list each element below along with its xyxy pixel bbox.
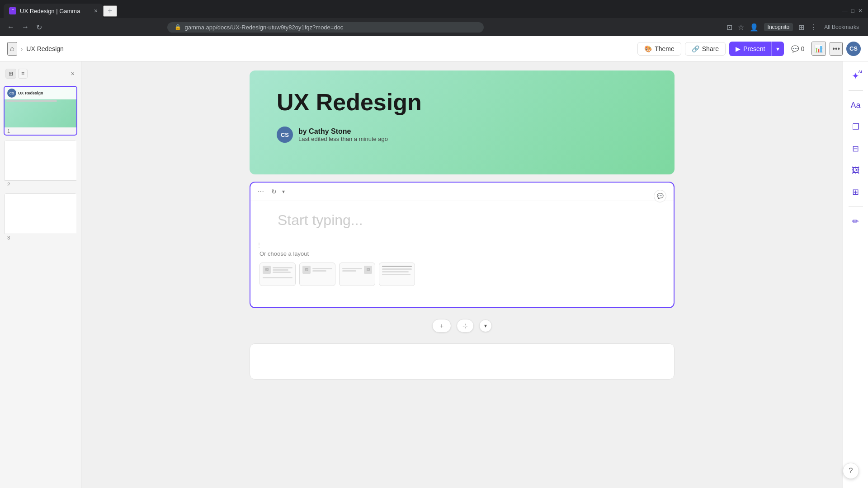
cast-icon[interactable]: ⊡: [726, 23, 732, 32]
share-label: Share: [702, 45, 719, 52]
theme-button[interactable]: 🎨 Theme: [637, 42, 681, 56]
layout-line-10: [382, 268, 412, 270]
image-button[interactable]: 🖼: [847, 161, 865, 179]
slide-sidebar: ⊞ ≡ × CS UX Redesign 1: [0, 61, 81, 488]
ai-button[interactable]: ✦ AI: [847, 67, 865, 85]
author-subtitle: Last edited less than a minute ago: [298, 136, 388, 142]
play-icon: ▶: [736, 45, 741, 52]
author-info: by Cathy Stone Last edited less than a m…: [298, 127, 388, 142]
slide-thumb-2[interactable]: 2: [4, 139, 77, 189]
more-options-button[interactable]: •••: [830, 42, 843, 56]
sidebar-header: ⊞ ≡ ×: [4, 67, 77, 82]
table-button[interactable]: ⊟: [847, 140, 865, 158]
layout-option-4[interactable]: [379, 263, 415, 286]
menu-icon[interactable]: ⋮: [810, 23, 817, 32]
forward-button[interactable]: →: [20, 21, 31, 33]
thumb-avatar: CS: [7, 89, 16, 98]
bookmarks-label: All Bookmarks: [824, 24, 859, 30]
comment-count: 0: [801, 45, 804, 52]
layout-row-1: 🖼: [263, 266, 292, 274]
card-button[interactable]: ❐: [847, 118, 865, 136]
present-main[interactable]: ▶ Present: [729, 42, 771, 55]
slide-thumb-2-inner: 2: [5, 140, 76, 188]
new-tab-button[interactable]: +: [103, 5, 117, 17]
right-panel: ✦ AI Aa ❐ ⊟ 🖼 ⊞ ✏: [843, 61, 868, 488]
drag-handle[interactable]: ⋮: [256, 241, 262, 249]
style-icon: Aa: [850, 101, 860, 110]
analytics-button[interactable]: 📊: [811, 42, 826, 56]
comments-button[interactable]: 💬 0: [788, 43, 808, 54]
rp-divider-1: [849, 90, 863, 91]
slide-3-empty[interactable]: [250, 343, 675, 380]
layout-option-1[interactable]: 🖼: [259, 263, 296, 286]
help-icon: ?: [849, 467, 853, 475]
chevron-icon: ▾: [484, 323, 487, 329]
layout-option-2[interactable]: 🖼: [299, 263, 335, 286]
tab-favicon: Γ: [9, 7, 16, 14]
tab-close-button[interactable]: ×: [94, 7, 98, 14]
reload-button[interactable]: ↻: [34, 21, 44, 33]
slide-options-button[interactable]: ⋯: [256, 186, 266, 197]
grid-view-button[interactable]: ⊞: [5, 69, 16, 79]
lock-icon: 🔒: [175, 24, 181, 30]
slide-1-hero: UX Redesign CS by Cathy Stone Last edite…: [250, 70, 675, 174]
slide-2-editable: ⋯ ↻ ▾ ⋮ Start typing... Or choose a layo…: [250, 182, 675, 308]
comment-bubble[interactable]: 💬: [654, 190, 666, 202]
close-window-button[interactable]: ✕: [858, 8, 863, 14]
slide-2-content[interactable]: ⋮ Start typing...: [250, 201, 674, 250]
address-bar[interactable]: 🔒 gamma.app/docs/UX-Redesign-utuw9ty82oy…: [167, 22, 484, 33]
help-button[interactable]: ?: [843, 463, 859, 479]
arrange-button[interactable]: ⊹: [457, 319, 474, 333]
layout-line-1: [273, 267, 292, 268]
breadcrumb-doc: UX Redesign: [26, 45, 64, 52]
home-button[interactable]: ⌂: [7, 42, 17, 56]
maximize-button[interactable]: □: [851, 8, 854, 14]
close-sidebar-button[interactable]: ×: [70, 69, 75, 78]
bookmarks-bar: All Bookmarks: [821, 24, 863, 30]
share-button[interactable]: 🔗 Share: [685, 42, 726, 56]
grid-button[interactable]: ⊞: [847, 183, 865, 201]
layout-img-1: 🖼: [263, 266, 271, 274]
slide-thumb-1-inner: CS UX Redesign 1: [5, 87, 76, 135]
layout-option-3[interactable]: 🖼: [339, 263, 375, 286]
minimize-button[interactable]: —: [842, 8, 848, 14]
back-button[interactable]: ←: [5, 21, 16, 33]
list-view-button[interactable]: ≡: [18, 69, 28, 79]
add-dropdown-button[interactable]: ▾: [479, 319, 492, 332]
card-icon: ❐: [852, 122, 859, 132]
edit-button[interactable]: ✏: [847, 212, 865, 230]
browser-chrome: Γ UX Redesign | Gamma × + — □ ✕ ← → ↻ 🔒 …: [0, 0, 868, 36]
typing-placeholder[interactable]: Start typing...: [269, 212, 656, 229]
slide-1-thumb-label: CS UX Redesign: [5, 87, 77, 99]
slide-thumb-1[interactable]: CS UX Redesign 1: [4, 86, 77, 136]
view-toggle: ⊞ ≡: [5, 69, 28, 79]
slide-refresh-button[interactable]: ↻: [269, 186, 278, 197]
add-slide-button[interactable]: +: [432, 319, 451, 333]
slide-1-number: 1: [5, 127, 76, 135]
bookmark-star-icon[interactable]: ☆: [738, 23, 744, 32]
edit-icon: ✏: [852, 216, 859, 226]
user-avatar[interactable]: CS: [846, 42, 861, 56]
slide-2-preview: [5, 140, 77, 181]
layout-options: 🖼 🖼: [259, 263, 665, 286]
slide-refresh-dropdown[interactable]: ▾: [282, 188, 285, 195]
present-dropdown-button[interactable]: ▾: [772, 42, 784, 55]
main-area: ⊞ ≡ × CS UX Redesign 1: [0, 61, 868, 488]
present-button-group[interactable]: ▶ Present ▾: [729, 42, 784, 56]
ai-label: AI: [859, 70, 862, 74]
layout-line-7: [342, 268, 362, 269]
share-icon: 🔗: [692, 45, 699, 52]
address-text: gamma.app/docs/UX-Redesign-utuw9ty82oy1f…: [185, 24, 344, 31]
image-icon: 🖼: [852, 166, 860, 175]
style-button[interactable]: Aa: [847, 96, 865, 114]
slide-thumb-3-inner: 3: [5, 193, 76, 241]
app-toolbar: ⌂ › UX Redesign 🎨 Theme 🔗 Share ▶ Presen…: [0, 36, 868, 61]
active-tab[interactable]: Γ UX Redesign | Gamma ×: [4, 4, 103, 18]
layout-line-9: [382, 266, 412, 267]
profile-icon[interactable]: 👤: [750, 23, 759, 32]
layout-lines-3: [342, 268, 362, 272]
plus-icon: +: [440, 322, 443, 329]
layout-row-3: 🖼: [342, 266, 372, 274]
extensions-icon[interactable]: ⊞: [798, 23, 804, 32]
slide-thumb-3[interactable]: 3: [4, 192, 77, 242]
